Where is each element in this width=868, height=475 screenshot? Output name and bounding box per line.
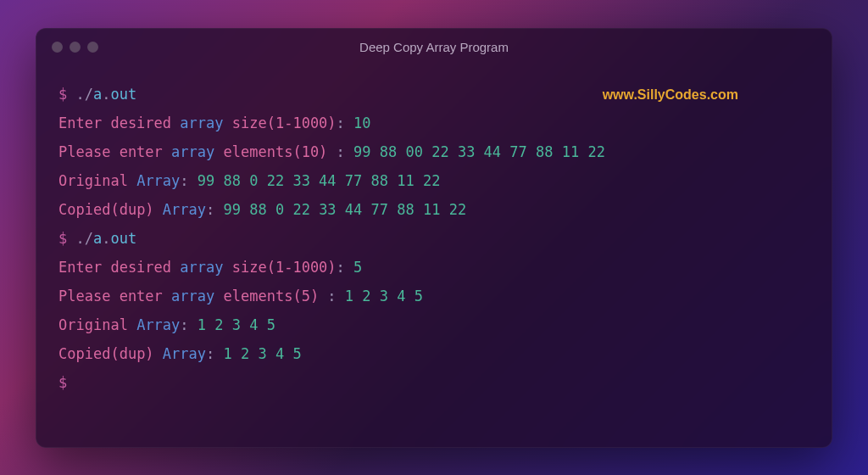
colon: :: [180, 172, 188, 189]
colon: :: [180, 316, 188, 333]
maximize-button[interactable]: [87, 42, 98, 53]
array-word: array: [180, 259, 223, 276]
cmd-ext: out: [111, 86, 137, 103]
colon: :: [206, 345, 214, 362]
array-label: Array: [136, 316, 180, 333]
cmd-name: a: [93, 86, 102, 103]
colon: :: [206, 201, 214, 218]
elements-word: elements: [224, 143, 293, 160]
prompt-line: $: [58, 368, 810, 397]
dup-label: (dup): [110, 345, 153, 362]
output-line: Please enter array elements(10) : 99 88 …: [58, 137, 810, 166]
prompt-symbol: $: [58, 374, 67, 391]
output-line: Copied(dup) Array: 99 88 0 22 33 44 77 8…: [58, 195, 810, 224]
output-line: Original Array: 99 88 0 22 33 44 77 88 1…: [58, 166, 810, 195]
traffic-lights: [52, 42, 98, 53]
watermark: www.SillyCodes.com: [603, 81, 738, 109]
original-label: Original: [58, 316, 128, 333]
range-text: (1-1000): [267, 259, 337, 276]
original-label: Original: [58, 172, 128, 189]
titlebar: Deep Copy Array Program: [36, 29, 832, 66]
cmd-ext-dot: .: [102, 86, 110, 103]
array-word: array: [180, 115, 223, 131]
size-input: 10: [353, 115, 370, 131]
prompt-symbol: $: [58, 230, 67, 247]
array-label: Array: [163, 345, 206, 362]
dup-label: (dup): [110, 201, 153, 218]
array-label: Array: [136, 172, 180, 189]
array-label: Array: [163, 201, 206, 218]
original-values: 1 2 3 4 5: [198, 316, 275, 333]
cmd-dot: .: [76, 86, 85, 103]
close-button[interactable]: [52, 42, 63, 53]
elements-input: 1 2 3 4 5: [345, 288, 423, 305]
minimize-button[interactable]: [70, 42, 81, 53]
array-word: array: [171, 143, 214, 160]
elements-word: elements: [224, 288, 293, 305]
output-line: Please enter array elements(5) : 1 2 3 4…: [58, 282, 810, 310]
space-colon: :: [327, 143, 344, 160]
window-title: Deep Copy Array Program: [359, 40, 509, 54]
terminal-window: Deep Copy Array Program www.SillyCodes.c…: [36, 28, 832, 448]
array-word: array: [171, 288, 214, 305]
count-text: (10): [292, 143, 327, 160]
output-line: Original Array: 1 2 3 4 5: [58, 310, 810, 339]
label-text: Enter desired: [58, 115, 171, 131]
cmd-ext-dot: .: [102, 230, 110, 247]
label-text: Please enter: [58, 143, 163, 160]
cmd-ext: out: [111, 230, 137, 247]
copied-label: Copied: [58, 345, 110, 362]
space-colon: :: [319, 288, 336, 305]
copied-values: 1 2 3 4 5: [224, 345, 302, 362]
output-line: Enter desired array size(1-1000): 10: [58, 109, 810, 137]
output-line: Enter desired array size(1-1000): 5: [58, 253, 810, 282]
terminal-body[interactable]: www.SillyCodes.com $ ./a.out Enter desir…: [36, 66, 832, 411]
label-text: Enter desired: [58, 259, 171, 276]
copied-label: Copied: [58, 201, 110, 218]
cmd-slash: /: [85, 230, 93, 247]
command-line-2: $ ./a.out: [58, 224, 810, 253]
cmd-dot: .: [76, 230, 85, 247]
elements-input: 99 88 00 22 33 44 77 88 11 22: [353, 143, 605, 160]
range-text: (1-1000): [267, 115, 337, 131]
original-values: 99 88 0 22 33 44 77 88 11 22: [198, 172, 441, 189]
prompt-symbol: $: [58, 86, 67, 103]
cmd-name: a: [93, 230, 102, 247]
colon: :: [337, 259, 345, 276]
output-line: Copied(dup) Array: 1 2 3 4 5: [58, 339, 810, 368]
colon: :: [337, 115, 345, 131]
size-word: size: [232, 115, 267, 131]
cmd-slash: /: [85, 86, 93, 103]
count-text: (5): [292, 288, 319, 305]
label-text: Please enter: [58, 288, 163, 305]
size-input: 5: [353, 259, 362, 276]
copied-values: 99 88 0 22 33 44 77 88 11 22: [224, 201, 467, 218]
size-word: size: [232, 259, 267, 276]
